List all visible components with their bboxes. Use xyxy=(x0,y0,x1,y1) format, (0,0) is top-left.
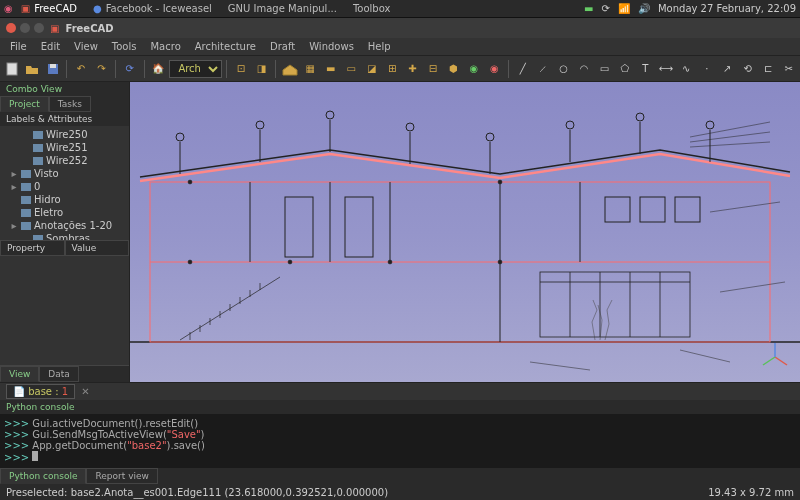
zoom-fit-button[interactable]: ⊡ xyxy=(231,58,250,80)
draft-dim-button[interactable]: ⟷ xyxy=(656,58,675,80)
property-panel[interactable] xyxy=(0,256,129,366)
svg-point-56 xyxy=(388,260,392,264)
svg-point-13 xyxy=(406,123,414,131)
tray-icon[interactable]: 📶 xyxy=(618,3,630,14)
tree-item[interactable]: Wire252 xyxy=(2,154,127,167)
draft-move-button[interactable]: ↗ xyxy=(717,58,736,80)
workbench-selector[interactable]: Arch xyxy=(169,60,222,78)
document-tag[interactable]: 📄 base : 1 xyxy=(6,384,75,399)
svg-line-51 xyxy=(720,282,785,292)
arch-structure-button[interactable]: ▦ xyxy=(301,58,320,80)
tray-icon[interactable]: ⟳ xyxy=(602,3,610,14)
view-tab[interactable]: View xyxy=(0,366,39,382)
svg-line-53 xyxy=(530,362,590,370)
draft-rotate-button[interactable]: ⟲ xyxy=(738,58,757,80)
menu-view[interactable]: View xyxy=(68,39,104,54)
refresh-button[interactable]: ⟳ xyxy=(120,58,139,80)
data-tab[interactable]: Data xyxy=(39,366,79,382)
workbench-icon: 🏠 xyxy=(148,63,168,74)
tree-item[interactable]: Sombras xyxy=(2,232,127,240)
redo-button[interactable]: ↷ xyxy=(92,58,111,80)
3d-viewport[interactable] xyxy=(130,82,800,382)
taskbar-app-gimp[interactable]: GNU Image Manipul... xyxy=(220,3,345,14)
svg-rect-30 xyxy=(640,197,665,222)
arch-building-button[interactable]: ▭ xyxy=(341,58,360,80)
menu-edit[interactable]: Edit xyxy=(35,39,66,54)
project-tab[interactable]: Project xyxy=(0,96,49,112)
tasks-tab[interactable]: Tasks xyxy=(49,96,91,112)
svg-rect-0 xyxy=(7,63,17,75)
axo-view-button[interactable]: ◨ xyxy=(252,58,271,80)
draft-rect-button[interactable]: ▭ xyxy=(595,58,614,80)
svg-line-61 xyxy=(763,357,775,365)
arch-floor-button[interactable]: ▬ xyxy=(321,58,340,80)
tree-item[interactable]: Wire251 xyxy=(2,141,127,154)
browser-icon: ● xyxy=(93,3,102,14)
open-button[interactable] xyxy=(22,58,41,80)
taskbar-app-browser[interactable]: ● Facebook - Iceweasel xyxy=(85,3,220,14)
draft-arc-button[interactable]: ◠ xyxy=(574,58,593,80)
close-button[interactable] xyxy=(6,23,16,33)
svg-line-47 xyxy=(690,122,770,137)
console-title: Python console xyxy=(0,400,800,414)
tree-item[interactable]: Wire250 xyxy=(2,128,127,141)
python-console-tab[interactable]: Python console xyxy=(0,468,86,484)
new-button[interactable] xyxy=(2,58,21,80)
svg-point-58 xyxy=(188,180,192,184)
arch-add-button[interactable]: ◉ xyxy=(464,58,483,80)
draft-polygon-button[interactable]: ⬠ xyxy=(615,58,634,80)
draft-text-button[interactable]: T xyxy=(636,58,655,80)
menu-macro[interactable]: Macro xyxy=(144,39,186,54)
svg-point-19 xyxy=(636,113,644,121)
tray-icon[interactable]: 🔊 xyxy=(638,3,650,14)
maximize-button[interactable] xyxy=(34,23,44,33)
tree-header: Labels & Attributes xyxy=(0,112,129,126)
report-view-tab[interactable]: Report view xyxy=(86,468,157,484)
tree-item[interactable]: ▸Visto xyxy=(2,167,127,180)
arch-window-button[interactable]: ⊞ xyxy=(382,58,401,80)
taskbar-app-toolbox[interactable]: Toolbox xyxy=(345,3,399,14)
undo-button[interactable]: ↶ xyxy=(71,58,90,80)
taskbar-app-freecad[interactable]: ▣ FreeCAD xyxy=(13,3,85,14)
svg-point-55 xyxy=(288,260,292,264)
arch-axis-button[interactable]: ⊟ xyxy=(423,58,442,80)
arch-wall-button[interactable] xyxy=(280,58,299,80)
draft-offset-button[interactable]: ⊏ xyxy=(758,58,777,80)
tree-item[interactable]: ▸0 xyxy=(2,180,127,193)
svg-rect-28 xyxy=(345,197,373,257)
menubar: File Edit View Tools Macro Architecture … xyxy=(0,38,800,56)
toolbar: ↶ ↷ ⟳ 🏠 Arch ⊡ ◨ ▦ ▬ ▭ ◪ ⊞ ✚ ⊟ ⬢ ◉ ◉ ╱ ⟋… xyxy=(0,56,800,82)
minimize-button[interactable] xyxy=(20,23,30,33)
arch-site-button[interactable]: ◪ xyxy=(362,58,381,80)
tree-item[interactable]: Hidro xyxy=(2,193,127,206)
draft-line-button[interactable]: ╱ xyxy=(513,58,532,80)
save-button[interactable] xyxy=(43,58,62,80)
window-titlebar: ▣ FreeCAD xyxy=(0,18,800,38)
draft-wire-button[interactable]: ⟋ xyxy=(533,58,552,80)
draft-point-button[interactable]: · xyxy=(697,58,716,80)
tree-item[interactable]: Eletro xyxy=(2,206,127,219)
menu-tools[interactable]: Tools xyxy=(106,39,143,54)
tray-datetime[interactable]: Monday 27 February, 22:09 xyxy=(658,3,796,14)
draft-trim-button[interactable]: ✂ xyxy=(779,58,798,80)
menu-windows[interactable]: Windows xyxy=(303,39,360,54)
draft-circle-button[interactable]: ○ xyxy=(554,58,573,80)
arch-section-button[interactable]: ✚ xyxy=(403,58,422,80)
menu-help[interactable]: Help xyxy=(362,39,397,54)
model-tree[interactable]: Wire250Wire251Wire252▸Visto▸0HidroEletro… xyxy=(0,126,129,240)
menu-draft[interactable]: Draft xyxy=(264,39,301,54)
tray-icon[interactable]: ▬ xyxy=(584,3,593,14)
taskbar-tray: ▬ ⟳ 📶 🔊 Monday 27 February, 22:09 xyxy=(584,3,796,14)
property-col-name: Property xyxy=(0,240,65,256)
python-console[interactable]: >>> Gui.activeDocument().resetEdit()>>> … xyxy=(0,414,800,468)
tree-item[interactable]: ▸Anotações 1-20 xyxy=(2,219,127,232)
svg-line-52 xyxy=(680,350,730,362)
arch-roof-button[interactable]: ⬢ xyxy=(444,58,463,80)
draft-bspline-button[interactable]: ∿ xyxy=(677,58,696,80)
menu-architecture[interactable]: Architecture xyxy=(189,39,262,54)
arch-remove-button[interactable]: ◉ xyxy=(485,58,504,80)
desktop-taskbar: ◉ ▣ FreeCAD ● Facebook - Iceweasel GNU I… xyxy=(0,0,800,18)
close-doc-icon[interactable]: ✕ xyxy=(81,386,89,397)
menu-file[interactable]: File xyxy=(4,39,33,54)
svg-line-49 xyxy=(690,142,770,147)
